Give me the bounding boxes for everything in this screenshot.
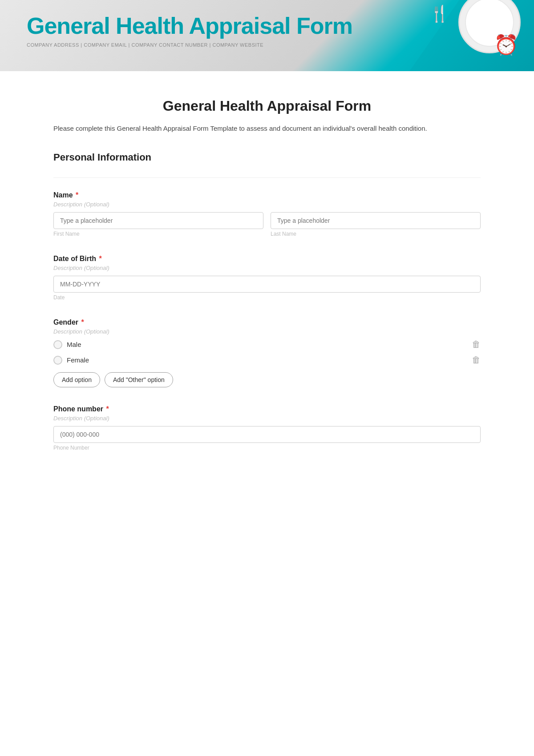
field-label-phone: Phone number * (53, 405, 481, 413)
radio-row-male: Male 🗑 (53, 339, 481, 350)
main-content: General Health Appraisal Form Please com… (0, 71, 534, 756)
required-star-phone: * (106, 405, 109, 413)
field-desc-phone: Description (Optional) (53, 415, 481, 422)
dob-subtext: Date (53, 294, 481, 301)
name-input-row: First Name Last Name (53, 212, 481, 237)
field-desc-name: Description (Optional) (53, 201, 481, 208)
fork-knife-icon: 🍴 (429, 4, 449, 23)
first-name-input[interactable] (53, 212, 263, 229)
add-option-button[interactable]: Add option (53, 372, 100, 387)
last-name-subtext: Last Name (271, 231, 481, 237)
radio-circle-male[interactable] (53, 340, 62, 349)
delete-male-icon[interactable]: 🗑 (472, 339, 481, 350)
field-desc-gender: Description (Optional) (53, 328, 481, 335)
header-subtitle: COMPANY ADDRESS | COMPANY EMAIL | COMPAN… (27, 42, 352, 48)
field-label-dob: Date of Birth * (53, 255, 481, 263)
section-divider (53, 177, 481, 178)
phone-input[interactable] (53, 426, 481, 443)
first-name-subtext: First Name (53, 231, 263, 237)
dob-input[interactable] (53, 276, 481, 293)
field-group-phone: Phone number * Description (Optional) Ph… (53, 405, 481, 451)
dob-input-row: Date (53, 276, 481, 301)
dob-wrapper: Date (53, 276, 481, 301)
form-title: General Health Appraisal Form (53, 98, 481, 114)
field-label-name: Name * (53, 191, 481, 199)
radio-label-female: Female (67, 356, 89, 364)
radio-row-female: Female 🗑 (53, 355, 481, 365)
phone-wrapper: Phone Number (53, 426, 481, 451)
field-group-gender: Gender * Description (Optional) Male 🗑 F… (53, 318, 481, 387)
header-decoration: 🍴 ⏰ (392, 0, 534, 71)
header-banner: General Health Appraisal Form COMPANY AD… (0, 0, 534, 71)
add-other-option-button[interactable]: Add "Other" option (105, 372, 173, 387)
radio-label-male: Male (67, 341, 81, 348)
alarm-clock-icon: ⏰ (494, 33, 518, 56)
section-title-personal: Personal Information (53, 152, 481, 165)
radio-circle-female[interactable] (53, 356, 62, 365)
field-group-name: Name * Description (Optional) First Name… (53, 191, 481, 237)
section-personal-info: Personal Information Name * Description … (53, 152, 481, 451)
required-star-name: * (76, 191, 78, 199)
first-name-wrapper: First Name (53, 212, 263, 237)
add-option-button-row: Add option Add "Other" option (53, 372, 481, 387)
header-title: General Health Appraisal Form (27, 13, 352, 39)
phone-input-row: Phone Number (53, 426, 481, 451)
delete-female-icon[interactable]: 🗑 (472, 355, 481, 365)
last-name-input[interactable] (271, 212, 481, 229)
phone-subtext: Phone Number (53, 445, 481, 451)
radio-option-female: Female (53, 356, 465, 365)
radio-option-male: Male (53, 340, 465, 349)
required-star-gender: * (81, 318, 84, 326)
required-star-dob: * (99, 255, 101, 262)
field-group-dob: Date of Birth * Description (Optional) D… (53, 255, 481, 301)
field-desc-dob: Description (Optional) (53, 265, 481, 271)
field-label-gender: Gender * (53, 318, 481, 326)
last-name-wrapper: Last Name (271, 212, 481, 237)
form-description: Please complete this General Health Appr… (53, 123, 481, 134)
